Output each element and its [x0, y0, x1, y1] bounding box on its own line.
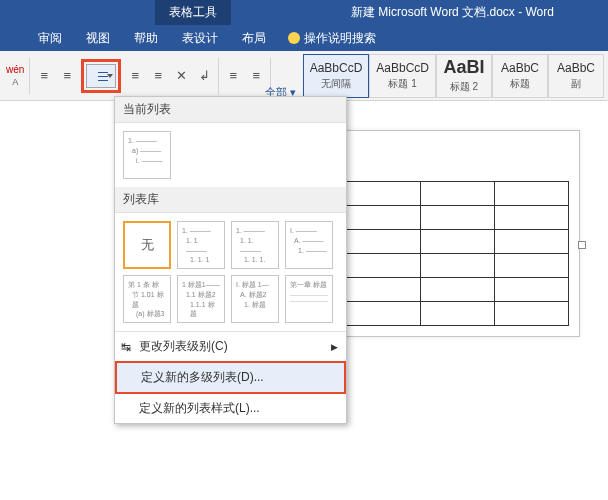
lightbulb-icon [288, 32, 300, 44]
separator [29, 58, 30, 94]
style-no-spacing[interactable]: AaBbCcD 无间隔 [303, 54, 370, 98]
document-table[interactable] [346, 181, 569, 326]
table-resize-handle[interactable] [578, 241, 586, 249]
change-list-level-item[interactable]: ↹ 更改列表级别(C) ▶ [115, 332, 346, 361]
tell-me-label: 操作说明搜索 [304, 30, 376, 47]
list-thumb[interactable]: 第一章 标题 [285, 275, 333, 323]
tab-view[interactable]: 视图 [76, 26, 120, 51]
list-library-header: 列表库 [115, 187, 346, 213]
tab-table-design[interactable]: 表设计 [172, 26, 228, 51]
titlebar: 表格工具 新建 Microsoft Word 文档.docx - Word [0, 0, 608, 25]
ribbon: wén A ≡ ≡ ≡ ≡ ✕ ↲ ≡ ≡ 全部 ▾ AaBbCcD 无间隔 A… [0, 51, 608, 101]
indent-arrow-icon: ↹ [121, 340, 131, 354]
style-title[interactable]: AaBbC 标题 [492, 54, 548, 98]
tab-review[interactable]: 审阅 [28, 26, 72, 51]
define-new-list-style-item[interactable]: 定义新的列表样式(L)... [115, 394, 346, 423]
font-a-icon[interactable]: A [12, 77, 18, 87]
tab-layout[interactable]: 布局 [232, 26, 276, 51]
list-thumb[interactable]: I. ——— A. ——— 1. ——— [285, 221, 333, 269]
decrease-indent-button[interactable]: ≡ [124, 65, 146, 87]
separator [218, 58, 219, 94]
align-left-button[interactable]: ≡ [222, 65, 244, 87]
sort-button[interactable]: ✕ [170, 65, 192, 87]
list-thumb[interactable]: I. 标题 1— A. 标题2 1. 标题 [231, 275, 279, 323]
table-row [347, 278, 569, 302]
style-subtitle[interactable]: AaBbC 副 [548, 54, 604, 98]
style-heading1[interactable]: AaBbCcD 标题 1 [369, 54, 436, 98]
increase-indent-button[interactable]: ≡ [147, 65, 169, 87]
multilevel-list-icon [94, 70, 108, 82]
table-row [347, 206, 569, 230]
list-thumb[interactable]: 1. ——— 1. 1 ——— 1. 1. 1 —— [177, 221, 225, 269]
dropdown-menu: ↹ 更改列表级别(C) ▶ 定义新的多级列表(D)... 定义新的列表样式(L)… [115, 331, 346, 423]
define-new-multilevel-highlight: 定义新的多级列表(D)... [115, 361, 346, 394]
tab-help[interactable]: 帮助 [124, 26, 168, 51]
font-group: wén A [4, 62, 26, 89]
bullets-button[interactable]: ≡ [33, 65, 55, 87]
document-title: 新建 Microsoft Word 文档.docx - Word [351, 4, 554, 21]
dropdown-caret-icon [107, 74, 113, 78]
multilevel-list-button-highlight [81, 59, 121, 93]
tell-me-search[interactable]: 操作说明搜索 [288, 30, 376, 47]
numbering-button[interactable]: ≡ [56, 65, 78, 87]
list-none-thumb[interactable]: 无 [123, 221, 171, 269]
phonetic-guide-icon[interactable]: wén [6, 64, 24, 75]
ribbon-tabs: 审阅 视图 帮助 表设计 布局 操作说明搜索 [0, 25, 608, 51]
current-list-thumb[interactable]: 1. ——— a) ——— i. ——— [123, 131, 171, 179]
current-list-header: 当前列表 [115, 97, 346, 123]
multilevel-list-dropdown: 当前列表 1. ——— a) ——— i. ——— 列表库 无 1. ——— 1… [114, 96, 347, 424]
table-row [347, 254, 569, 278]
document-page[interactable] [335, 130, 580, 337]
line-spacing-button[interactable]: ≡ [245, 65, 267, 87]
table-row [347, 302, 569, 326]
list-thumb[interactable]: 1 标题1—— 1.1 标题2 1.1.1 标题 [177, 275, 225, 323]
list-thumb[interactable]: 第 1 条 标 节 1.01 标题 (a) 标题3 [123, 275, 171, 323]
submenu-arrow-icon: ▶ [331, 342, 338, 352]
table-row [347, 182, 569, 206]
list-thumb[interactable]: 1. ——— 1. 1. ——— 1. 1. 1. —— [231, 221, 279, 269]
styles-gallery: AaBbCcD 无间隔 AaBbCcD 标题 1 AaBI 标题 2 AaBbC… [303, 54, 604, 98]
multilevel-list-button[interactable] [86, 64, 116, 88]
document-area [335, 130, 580, 337]
show-marks-button[interactable]: ↲ [193, 65, 215, 87]
table-tools-tab: 表格工具 [155, 0, 231, 25]
style-heading2[interactable]: AaBI 标题 2 [436, 54, 492, 98]
define-new-multilevel-item[interactable]: 定义新的多级列表(D)... [115, 361, 346, 394]
table-row [347, 230, 569, 254]
